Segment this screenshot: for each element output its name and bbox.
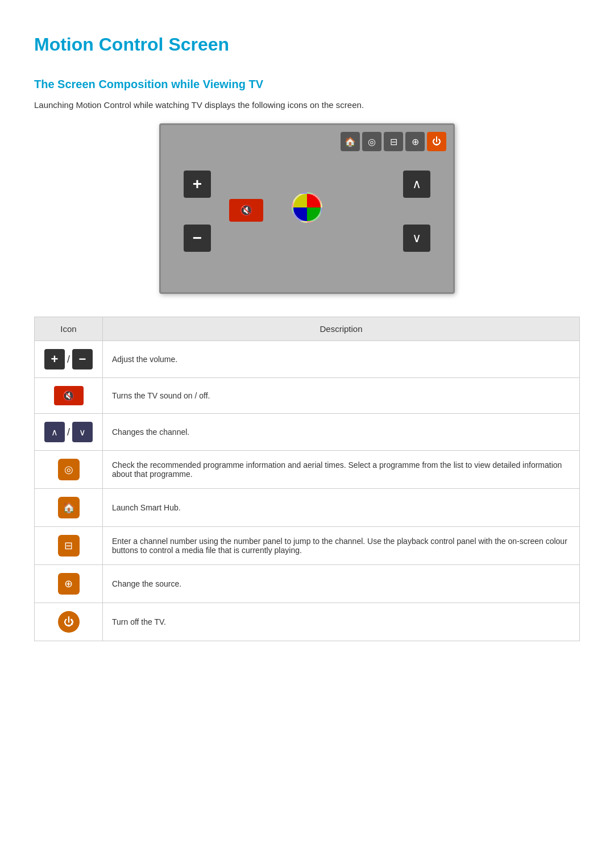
tv-mute: 🔇 [229, 199, 263, 222]
table-row: ∧ / ∨ Changes the channel. [35, 414, 580, 451]
tv-top-icons: 🏠 ◎ ⊟ ⊕ ⏻ [341, 132, 446, 151]
table-row: ⏻ Turn off the TV. [35, 603, 580, 641]
volume-plus-icon: + [44, 349, 65, 369]
page-title: Motion Control Screen [34, 34, 580, 55]
icon-table: Icon Description + / − Adjust the volume… [34, 317, 580, 641]
volume-icon-group: + / − [44, 349, 93, 369]
smarthub-icon: 🏠 [58, 497, 80, 518]
description-cell-channel: Changes the channel. [103, 414, 580, 451]
description-cell-mute: Turns the TV sound on / off. [103, 378, 580, 414]
slash-separator: / [67, 354, 70, 366]
icon-cell-source: ⊕ [35, 565, 103, 603]
description-cell-guide: Check the recommended programme informat… [103, 451, 580, 489]
icon-cell-power: ⏻ [35, 603, 103, 641]
table-row: 🏠 Launch Smart Hub. [35, 489, 580, 527]
icon-cell-smarthub: 🏠 [35, 489, 103, 527]
table-header-icon: Icon [35, 317, 103, 341]
tv-volume-minus: − [184, 225, 211, 252]
smarthub-tv-icon: 🏠 [341, 132, 360, 151]
tv-ch-down: ∨ [403, 225, 430, 252]
table-row: + / − Adjust the volume. [35, 341, 580, 378]
guide-tv-icon: ◎ [362, 132, 381, 151]
tv-screen-container: 🏠 ◎ ⊟ ⊕ ⏻ + − 🔇 ∧ ∨ [34, 123, 580, 294]
channel-icon-group: ∧ / ∨ [44, 422, 93, 442]
tv-volume-plus: + [184, 171, 211, 198]
intro-paragraph: Launching Motion Control while watching … [34, 100, 580, 110]
tv-screen: 🏠 ◎ ⊟ ⊕ ⏻ + − 🔇 ∧ ∨ [159, 123, 455, 294]
source-icon: ⊕ [58, 573, 80, 595]
table-row: ⊕ Change the source. [35, 565, 580, 603]
channel-up-icon: ∧ [44, 422, 65, 442]
icon-cell-volume: + / − [35, 341, 103, 378]
table-header-description: Description [103, 317, 580, 341]
source-tv-icon: ⊕ [405, 132, 425, 151]
table-row: ◎ Check the recommended programme inform… [35, 451, 580, 489]
channel-down-icon: ∨ [72, 422, 93, 442]
section-title: The Screen Composition while Viewing TV [34, 78, 580, 91]
icon-cell-mute: 🔇 [35, 378, 103, 414]
number-panel-icon: ⊟ [58, 535, 80, 556]
icon-cell-guide: ◎ [35, 451, 103, 489]
slash-separator: / [67, 426, 70, 438]
power-tv-icon: ⏻ [427, 132, 446, 151]
table-row: ⊟ Enter a channel number using the numbe… [35, 527, 580, 565]
description-cell-smarthub: Launch Smart Hub. [103, 489, 580, 527]
power-icon: ⏻ [58, 611, 80, 633]
icon-cell-number: ⊟ [35, 527, 103, 565]
icon-cell-channel: ∧ / ∨ [35, 414, 103, 451]
description-cell-number: Enter a channel number using the number … [103, 527, 580, 565]
description-cell-power: Turn off the TV. [103, 603, 580, 641]
guide-icon: ◎ [58, 459, 80, 480]
description-cell-volume: Adjust the volume. [103, 341, 580, 378]
description-cell-source: Change the source. [103, 565, 580, 603]
table-row: 🔇 Turns the TV sound on / off. [35, 378, 580, 414]
tv-ch-up: ∧ [403, 171, 430, 198]
volume-minus-icon: − [72, 349, 93, 369]
tv-cursor [292, 192, 322, 223]
mute-icon: 🔇 [54, 386, 84, 405]
numpad-tv-icon: ⊟ [384, 132, 403, 151]
